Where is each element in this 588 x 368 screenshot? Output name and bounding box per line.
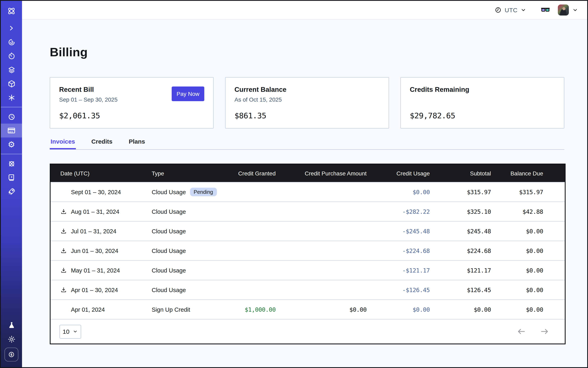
sidebar-item-asterisk[interactable] <box>1 91 22 104</box>
download-icon <box>60 228 67 235</box>
sidebar-item-spiral[interactable] <box>1 35 22 49</box>
download-icon <box>60 247 67 254</box>
subtotal-value: $325.10 <box>430 208 491 215</box>
sidebar-item-settings[interactable]: ⚙ <box>1 138 22 151</box>
sidebar-item-docs[interactable] <box>1 171 22 184</box>
sidebar-item-cube[interactable] <box>1 77 22 91</box>
col-subtotal: Subtotal <box>430 170 491 176</box>
sun-icon <box>7 335 16 343</box>
invoice-type: Cloud Usage <box>152 189 186 195</box>
page-size-value: 10 <box>63 328 69 335</box>
cube-icon <box>7 79 16 88</box>
main-content: Billing Recent Bill Sep 01 – Sep 30, 202… <box>22 19 587 367</box>
sidebar-item-credits[interactable]: $ <box>1 346 22 363</box>
dollar-badge-button[interactable]: $ <box>4 348 18 361</box>
table-row: Apr 01, 2024 Sign Up Credit $1,000.00 $0… <box>51 299 565 319</box>
sidebar-divider <box>1 154 22 154</box>
tab-invoices[interactable]: Invoices <box>50 138 76 149</box>
gear-icon: ⚙ <box>8 140 15 148</box>
current-balance-amount: $861.35 <box>235 111 266 120</box>
chevron-down-icon <box>73 329 78 334</box>
balance-due-value: $0.00 <box>491 306 543 313</box>
credit-usage-value: -$126.45 <box>367 287 430 293</box>
pay-now-button[interactable]: Pay Now <box>172 86 204 101</box>
page-size-select[interactable]: 10 <box>60 324 81 338</box>
balance-due-value: $0.00 <box>491 267 543 274</box>
invoice-period: Apr 01, 2024 <box>71 306 105 313</box>
app-logo[interactable] <box>1 1 22 21</box>
col-credit-granted: Credit Granted <box>221 170 276 176</box>
invoice-period: Apr 01 – 30, 2024 <box>71 287 118 293</box>
invoice-period: Jul 01 – 31, 2024 <box>71 228 117 234</box>
app-logo-icon <box>7 6 16 16</box>
next-page-button[interactable] <box>540 327 549 336</box>
download-icon <box>60 267 67 274</box>
sidebar-item-usage[interactable] <box>1 110 22 124</box>
download-invoice-button[interactable] <box>60 228 67 235</box>
sidebar-item-layers[interactable] <box>1 63 22 77</box>
current-balance-card: Current Balance As of Oct 15, 2025 $861.… <box>225 77 389 129</box>
invoice-type: Cloud Usage <box>152 208 186 215</box>
subtotal-value: $315.97 <box>430 189 491 195</box>
subtotal-value: $0.00 <box>430 306 491 313</box>
status-badge: Pending <box>190 188 217 196</box>
timer-icon <box>7 52 16 60</box>
table-footer: 10 <box>51 319 565 343</box>
account-menu[interactable] <box>558 4 578 16</box>
sidebar-item-helm[interactable] <box>1 157 22 171</box>
invoice-type: Cloud Usage <box>152 228 186 234</box>
invoice-type: Sign Up Credit <box>152 306 190 313</box>
app-window: ⚙ <box>0 0 588 368</box>
credit-purchase-value: $0.00 <box>276 306 367 313</box>
invoices-table: Date (UTC) Type Credit Granted Credit Pu… <box>50 164 566 344</box>
sidebar-item-labs[interactable] <box>1 318 22 332</box>
invoice-period: May 01 – 31, 2024 <box>71 267 120 274</box>
credit-usage-value: $0.00 <box>367 189 430 195</box>
tab-credits[interactable]: Credits <box>90 138 113 149</box>
balance-due-value: $315.97 <box>491 189 543 195</box>
credits-remaining-amount: $29,782.65 <box>410 111 455 120</box>
download-invoice-button[interactable] <box>60 247 67 254</box>
col-type: Type <box>152 170 221 176</box>
sidebar-item-launch[interactable] <box>1 184 22 198</box>
download-invoice-button[interactable] <box>60 208 67 215</box>
table-row: Sept 01 – 30, 2024 Cloud UsagePending $0… <box>51 182 565 202</box>
col-date: Date (UTC) <box>51 170 152 176</box>
sidebar-item-theme[interactable] <box>1 332 22 346</box>
credit-usage-value: -$245.48 <box>367 228 430 234</box>
credit-usage-value: $0.00 <box>367 306 430 313</box>
timezone-select[interactable]: UTC <box>494 6 526 14</box>
download-icon <box>60 286 67 293</box>
avatar <box>558 4 569 16</box>
table-header: Date (UTC) Type Credit Granted Credit Pu… <box>51 165 565 182</box>
sidebar-item-billing[interactable] <box>1 124 22 138</box>
card-title: Current Balance <box>235 86 380 93</box>
svg-text:$: $ <box>10 352 12 356</box>
download-invoice-button[interactable] <box>60 286 67 294</box>
col-credit-usage: Credit Usage <box>367 170 430 176</box>
download-invoice-button[interactable] <box>60 267 67 274</box>
subtotal-value: $245.48 <box>430 228 491 234</box>
prev-page-button[interactable] <box>517 327 526 336</box>
sidebar-item-collapse[interactable] <box>1 21 22 35</box>
tab-plans[interactable]: Plans <box>128 138 146 149</box>
invoice-type: Cloud Usage <box>152 248 186 254</box>
summary-cards: Recent Bill Sep 01 – Sep 30, 2025 $2,061… <box>50 77 564 129</box>
credit-card-icon <box>7 126 16 135</box>
arrow-left-icon <box>517 327 526 336</box>
balance-due-value: $42.88 <box>491 208 543 215</box>
table-row: Jul 01 – 31, 2024 Cloud Usage -$245.48 $… <box>51 221 565 241</box>
sidebar-item-timer[interactable] <box>1 49 22 63</box>
billing-tabs: Invoices Credits Plans <box>50 138 564 150</box>
flask-icon <box>7 321 16 330</box>
invoice-type: Cloud Usage <box>152 287 186 293</box>
theme-glasses-button[interactable] <box>540 5 551 15</box>
table-row: May 01 – 31, 2024 Cloud Usage -$121.17 $… <box>51 260 565 280</box>
col-credit-purchase: Credit Purchase Amount <box>276 170 367 176</box>
col-balance-due: Balance Due <box>491 170 543 176</box>
card-title: Credits Remaining <box>410 86 555 93</box>
credit-usage-value: -$121.17 <box>367 267 430 274</box>
sidebar-divider <box>1 107 22 107</box>
subtotal-value: $121.17 <box>430 267 491 274</box>
clock-icon <box>494 6 502 14</box>
